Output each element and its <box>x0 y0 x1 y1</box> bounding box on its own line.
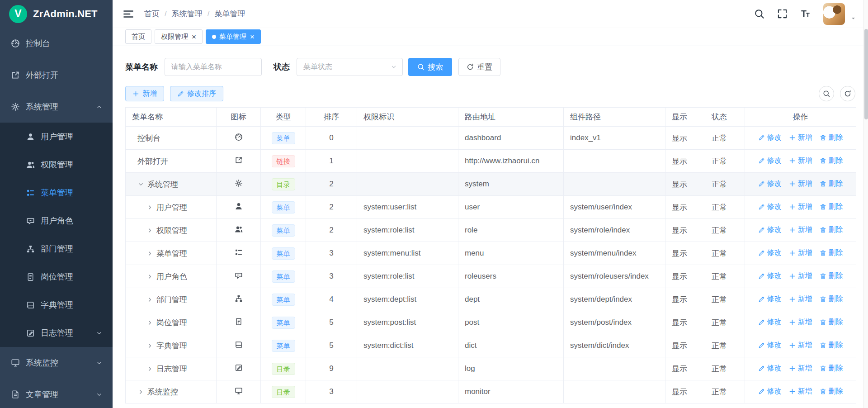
row-add-button[interactable]: 新增 <box>789 364 812 373</box>
row-edit-button[interactable]: 修改 <box>758 202 782 212</box>
sidebar-item-user[interactable]: 用户管理 <box>0 123 113 151</box>
row-edit-button[interactable]: 修改 <box>758 156 782 166</box>
table-refresh-button[interactable] <box>840 86 855 101</box>
sidebar-item-log[interactable]: 日志管理 <box>0 319 113 347</box>
row-add-button[interactable]: 新增 <box>789 179 812 189</box>
chevron-right-icon[interactable] <box>146 319 153 326</box>
row-edit-button[interactable]: 修改 <box>758 179 782 189</box>
row-add-button[interactable]: 新增 <box>789 387 812 396</box>
fontsize-icon[interactable] <box>800 9 811 19</box>
row-add-button[interactable]: 新增 <box>789 271 812 281</box>
status-select[interactable]: 菜单状态 <box>297 58 403 76</box>
row-add-button[interactable]: 新增 <box>789 341 812 350</box>
chevron-right-icon[interactable] <box>146 342 153 349</box>
sidebar-item-dept[interactable]: 部门管理 <box>0 235 113 263</box>
trash-icon <box>820 365 826 372</box>
sidebar-item-dict[interactable]: 字典管理 <box>0 291 113 319</box>
row-delete-button[interactable]: 删除 <box>820 364 843 373</box>
tab-close-icon[interactable]: × <box>250 33 255 41</box>
chevron-right-icon[interactable] <box>146 273 153 280</box>
row-add-button[interactable]: 新增 <box>789 248 812 258</box>
row-edit-button[interactable]: 修改 <box>758 271 782 281</box>
row-edit-button[interactable]: 修改 <box>758 318 782 327</box>
table-row[interactable]: 部门管理菜单4system:dept:listdeptsystem/dept/i… <box>126 288 856 311</box>
avatar-caret-icon[interactable] <box>850 15 856 21</box>
hamburger-icon[interactable] <box>123 8 134 20</box>
chevron-right-icon[interactable] <box>146 365 153 372</box>
row-add-button[interactable]: 新增 <box>789 156 812 166</box>
tab-home[interactable]: 首页 <box>125 29 151 44</box>
sidebar-item-dashboard[interactable]: 控制台 <box>0 28 113 59</box>
row-add-button[interactable]: 新增 <box>789 133 812 142</box>
avatar[interactable] <box>823 3 845 25</box>
sidebar-item-role[interactable]: 权限管理 <box>0 151 113 179</box>
chevron-down-icon[interactable] <box>137 181 144 188</box>
row-edit-button[interactable]: 修改 <box>758 225 782 235</box>
chevron-right-icon[interactable] <box>146 204 153 211</box>
row-edit-button[interactable]: 修改 <box>758 387 782 396</box>
menu-name-input[interactable] <box>165 58 262 76</box>
search-button[interactable]: 搜索 <box>408 58 452 76</box>
row-edit-button[interactable]: 修改 <box>758 294 782 304</box>
row-add-label: 新增 <box>798 294 812 304</box>
app-logo[interactable]: V ZrAdmin.NET <box>0 0 113 28</box>
fullscreen-icon[interactable] <box>777 9 788 19</box>
breadcrumb-item[interactable]: 首页 <box>144 9 160 19</box>
sidebar-item-article[interactable]: 文章管理 <box>0 379 113 408</box>
breadcrumb-item[interactable]: 系统管理 <box>172 9 203 19</box>
row-delete-button[interactable]: 删除 <box>820 387 843 396</box>
sidebar-item-monitor[interactable]: 系统监控 <box>0 347 113 379</box>
chevron-right-icon[interactable] <box>146 227 153 234</box>
table-row[interactable]: 系统管理目录2system显示正常修改新增删除 <box>126 173 856 196</box>
row-edit-button[interactable]: 修改 <box>758 133 782 142</box>
table-row[interactable]: 岗位管理菜单5system:post:listpostsystem/post/i… <box>126 311 856 334</box>
row-delete-button[interactable]: 删除 <box>820 156 843 166</box>
row-delete-button[interactable]: 删除 <box>820 179 843 189</box>
row-edit-button[interactable]: 修改 <box>758 341 782 350</box>
table-row[interactable]: 系统监控目录3monitor显示正常修改新增删除 <box>126 380 856 403</box>
table-row[interactable]: 日志管理目录9log显示正常修改新增删除 <box>126 357 856 380</box>
row-edit-button[interactable]: 修改 <box>758 364 782 373</box>
table-row[interactable]: 用户管理菜单2system:user:listusersystem/user/i… <box>126 196 856 219</box>
row-edit-button[interactable]: 修改 <box>758 248 782 258</box>
table-row[interactable]: 外部打开链接1http://www.izhaorui.cn显示正常修改新增删除 <box>126 150 856 173</box>
tab-close-icon[interactable]: × <box>192 33 196 41</box>
cell-status: 正常 <box>705 311 745 334</box>
scrollbar-thumb[interactable] <box>864 29 868 119</box>
row-delete-button[interactable]: 删除 <box>820 318 843 327</box>
row-add-button[interactable]: 新增 <box>789 225 812 235</box>
table-row[interactable]: 用户角色菜单3system:role:listroleuserssystem/r… <box>126 265 856 288</box>
search-icon[interactable] <box>754 9 764 19</box>
sidebar-item-post[interactable]: 岗位管理 <box>0 263 113 291</box>
table-row[interactable]: 权限管理菜单2system:role:listrolesystem/role/i… <box>126 219 856 242</box>
row-delete-button[interactable]: 删除 <box>820 271 843 281</box>
chevron-right-icon[interactable] <box>146 250 153 257</box>
sidebar-item-external[interactable]: 外部打开 <box>0 59 113 91</box>
row-delete-button[interactable]: 删除 <box>820 341 843 350</box>
table-row[interactable]: 字典管理菜单5system:dict:listdictsystem/dict/i… <box>126 334 856 357</box>
row-delete-button[interactable]: 删除 <box>820 133 843 142</box>
table-row[interactable]: 控制台菜单0dashboardindex_v1显示正常修改新增删除 <box>126 127 856 150</box>
tab-role[interactable]: 权限管理× <box>155 29 203 44</box>
row-delete-button[interactable]: 删除 <box>820 248 843 258</box>
sort-button[interactable]: 修改排序 <box>170 86 223 101</box>
sidebar-item-menu[interactable]: 菜单管理 <box>0 179 113 207</box>
row-delete-button[interactable]: 删除 <box>820 294 843 304</box>
table-row[interactable]: 菜单管理菜单3system:menu:listmenusystem/menu/i… <box>126 242 856 265</box>
dashboard-icon <box>235 133 243 141</box>
row-delete-button[interactable]: 删除 <box>820 202 843 212</box>
tab-menu[interactable]: 菜单管理× <box>206 29 261 44</box>
row-add-button[interactable]: 新增 <box>789 318 812 327</box>
sidebar-item-roleusers[interactable]: 用户角色 <box>0 207 113 235</box>
scrollbar[interactable] <box>863 0 868 408</box>
sidebar-item-system[interactable]: 系统管理 <box>0 91 113 123</box>
chevron-right-icon[interactable] <box>146 296 153 303</box>
add-button[interactable]: 新增 <box>125 86 164 101</box>
row-add-button[interactable]: 新增 <box>789 294 812 304</box>
breadcrumb-item[interactable]: 菜单管理 <box>214 9 245 19</box>
row-add-button[interactable]: 新增 <box>789 202 812 212</box>
table-search-button[interactable] <box>819 86 834 101</box>
row-delete-button[interactable]: 删除 <box>820 225 843 235</box>
chevron-right-icon[interactable] <box>137 389 144 395</box>
reset-button[interactable]: 重置 <box>458 58 500 76</box>
